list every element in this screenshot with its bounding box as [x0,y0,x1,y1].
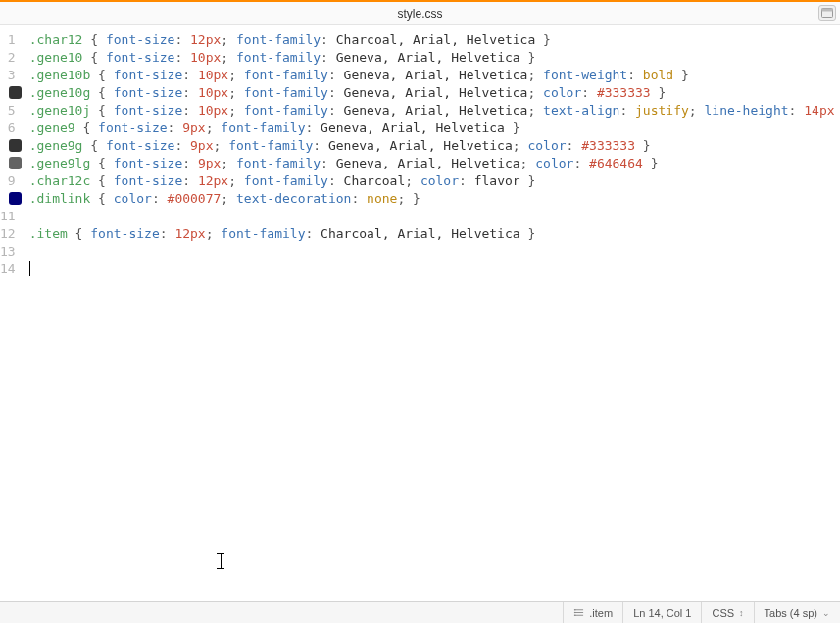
token-pun: } [535,32,551,47]
svg-point-3 [574,611,575,612]
code-line[interactable]: .char12c { font-size: 12px; font-family:… [29,172,840,190]
token-pun: { [90,103,113,118]
token-prop: font-size [114,173,182,188]
code-line[interactable] [29,208,840,225]
line-number: 9 [0,172,16,190]
token-str: Charcoal, Arial, Helvetica [336,32,536,47]
line-number: 2 [0,49,16,67]
chevron-down-icon: ⌄ [822,602,830,624]
token-pun: : [321,50,336,65]
token-prop: font-family [244,68,328,82]
line-number: 14 [0,261,16,278]
editor[interactable]: 1234567891011121314 .char12 { font-size:… [0,25,840,601]
token-sel: .char12c [29,173,91,188]
token-pun: ; [221,191,236,206]
line-number: 12 [0,225,16,243]
code-line[interactable]: .gene10j { font-size: 10px; font-family:… [29,102,840,120]
token-prop: font-weight [543,68,627,82]
token-sel: .gene10b [29,68,91,82]
token-pun: : [182,156,198,170]
token-pun: ; [221,156,236,170]
svg-point-4 [574,614,575,615]
token-prop: font-size [106,50,174,65]
token-prop: text-decoration [236,191,351,206]
code-line[interactable]: .gene9g { font-size: 9px; font-family: G… [29,137,840,155]
token-pun: ; [228,103,244,118]
token-pun: : [459,173,474,188]
color-swatch-icon [9,86,22,99]
token-prop: color [527,138,566,153]
token-pun: ; [405,173,420,188]
token-str: Geneva, Arial, Helvetica [336,156,520,170]
status-indent-text: Tabs (4 sp) [765,602,817,624]
code-line[interactable]: .gene10g { font-size: 10px; font-family:… [29,84,840,102]
token-str: flavor [474,173,520,188]
token-sel: .gene10j [29,103,91,118]
token-pun: } [520,226,536,241]
token-sel: .gene9lg [29,156,91,170]
status-breadcrumb[interactable]: .item [563,602,622,624]
token-pun: } [651,85,667,100]
token-pun: : [328,68,344,82]
token-pun: : [573,156,589,170]
token-num: 9px [182,120,205,135]
token-pun: } [635,138,651,153]
token-pun: : [182,68,198,82]
token-kw: none [367,191,397,206]
code-area[interactable]: .char12 { font-size: 12px; font-family: … [24,25,840,601]
token-prop: font-size [114,85,182,100]
token-kw: bold [643,68,673,82]
color-swatch-icon [9,192,22,205]
gutter: 1234567891011121314 [0,25,24,601]
code-line[interactable]: .gene10b { font-size: 10px; font-family:… [29,67,840,84]
token-pun: ; [221,50,236,65]
token-pun: ; [206,120,222,135]
status-position[interactable]: Ln 14, Col 1 [622,602,701,624]
line-number: 3 [0,67,16,84]
token-pun: ; [527,103,543,118]
token-pun: { [82,32,105,47]
token-pun: ; [214,138,229,153]
status-breadcrumb-text: .item [589,602,613,624]
token-str: Geneva, Arial, Helvetica [344,68,528,82]
token-pun: ; [228,173,244,188]
token-pun: } [673,68,689,82]
token-str: Geneva, Arial, Helvetica [344,103,528,118]
code-line[interactable]: .char12 { font-size: 12px; font-family: … [29,31,840,49]
code-line[interactable]: .gene9 { font-size: 9px; font-family: Ge… [29,120,840,137]
token-pun: : [305,226,321,241]
line-number: 4 [0,84,16,102]
token-pun: : [627,68,643,82]
code-line[interactable] [29,243,840,261]
tab-filename[interactable]: style.css [0,2,840,25]
token-pun: { [82,138,105,153]
token-pun: : [313,138,328,153]
token-num: 12px [190,32,221,47]
token-pun: ; [206,226,222,241]
line-number: 11 [0,208,16,225]
token-num: 12px [174,226,205,241]
status-language-text: CSS [712,602,734,624]
new-tab-button[interactable] [818,5,836,21]
token-num: 10px [198,85,228,100]
token-pun: : [321,32,336,47]
line-number: 13 [0,243,16,261]
status-language[interactable]: CSS ↕ [701,602,753,624]
token-pun: { [90,85,113,100]
token-str: Charcoal [344,173,406,188]
token-pun: : [174,32,190,47]
code-line[interactable] [29,261,840,278]
svg-point-2 [574,609,575,610]
code-line[interactable]: .dimlink { color: #000077; text-decorati… [29,190,840,208]
status-indent[interactable]: Tabs (4 sp) ⌄ [754,602,840,624]
token-prop: font-size [114,156,182,170]
code-line[interactable]: .item { font-size: 12px; font-family: Ch… [29,225,840,243]
token-prop: color [420,173,459,188]
code-line[interactable]: .gene10 { font-size: 10px; font-family: … [29,49,840,67]
token-pun: } [520,50,536,65]
token-prop: line-height [704,103,788,118]
code-line[interactable]: .gene9lg { font-size: 9px; font-family: … [29,155,840,172]
token-str: Geneva, Arial, Helvetica [328,138,513,153]
token-pun: } [643,156,659,170]
line-number: 7 [0,137,16,155]
